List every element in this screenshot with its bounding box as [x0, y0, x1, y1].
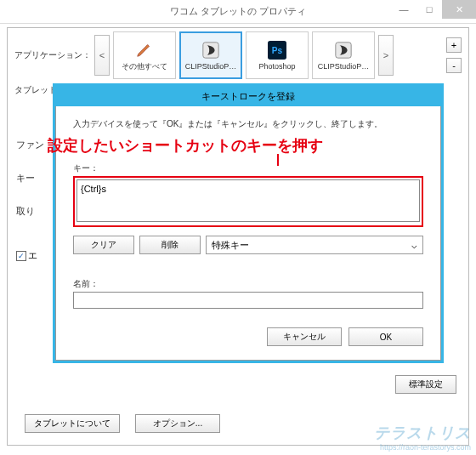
photoshop-icon: Ps — [267, 40, 287, 60]
application-label: アプリケーション： — [14, 49, 91, 61]
app-label-text: CLIPStudioP… — [314, 62, 372, 71]
default-settings-button[interactable]: 標準設定 — [395, 375, 456, 394]
app-add-button[interactable]: + — [446, 37, 462, 53]
ok-button[interactable]: OK — [348, 327, 423, 346]
app-label-text: その他すべて — [116, 61, 173, 72]
name-input[interactable] — [73, 292, 423, 309]
app-item-other[interactable]: その他すべて — [113, 31, 176, 79]
options-button[interactable]: オプション... — [135, 414, 220, 433]
keystroke-dialog: キーストロークを登録 入力デバイスを使って『OK』または『キャンセル』をクリック… — [53, 83, 444, 363]
dialog-title: キーストロークを登録 — [55, 86, 441, 106]
special-key-label: 特殊キー — [212, 239, 249, 252]
titlebar: ワコム タブレットの プロパティ — □ ✕ — [0, 0, 476, 24]
maximize-button[interactable]: □ — [416, 0, 442, 19]
app-item-clip2[interactable]: CLIPStudioP… — [312, 31, 375, 79]
close-button[interactable]: ✕ — [442, 0, 476, 19]
dialog-instruction: 入力デバイスを使って『OK』または『キャンセル』をクリックし、終了します。 — [73, 118, 423, 130]
pencil-icon — [134, 39, 155, 60]
app-item-ps[interactable]: Ps Photoshop — [246, 31, 309, 79]
about-tablet-button[interactable]: タブレットについて — [25, 414, 120, 433]
clip-icon — [333, 40, 354, 60]
window-controls: — □ ✕ — [391, 0, 476, 19]
application-row: アプリケーション： < その他すべて CLIPStudioP… Ps Photo… — [8, 28, 468, 81]
app-label-text: Photoshop — [248, 62, 306, 71]
window-title: ワコム タブレットの プロパティ — [170, 5, 306, 18]
app-item-clip1[interactable]: CLIPStudioP… — [179, 31, 242, 79]
key-label: キー： — [73, 162, 423, 174]
checkbox-label: エ — [28, 249, 37, 262]
side-label-fun: ファン — [16, 139, 44, 151]
minimize-button[interactable]: — — [391, 0, 416, 19]
key-input-highlight: {Ctrl}s — [73, 176, 423, 227]
delete-button[interactable]: 削除 — [139, 236, 201, 254]
name-label: 名前： — [73, 278, 423, 290]
checkbox-row: ✓ エ — [16, 249, 37, 262]
cancel-button[interactable]: キャンセル — [267, 327, 342, 346]
app-remove-button[interactable]: - — [446, 58, 462, 73]
annotation-text: 設定したいショートカットのキーを押す — [48, 135, 323, 156]
svg-text:Ps: Ps — [272, 46, 283, 55]
side-label-drop: 取り — [16, 205, 44, 218]
app-next-button[interactable]: > — [378, 35, 394, 76]
app-label-text: CLIPStudioP… — [182, 62, 240, 71]
key-input[interactable]: {Ctrl}s — [76, 179, 420, 222]
app-prev-button[interactable]: < — [94, 35, 110, 76]
checkbox[interactable]: ✓ — [16, 251, 26, 261]
special-key-select[interactable]: 特殊キー ⌵ — [206, 236, 423, 254]
annotation-line — [277, 154, 279, 166]
clip-icon — [201, 40, 221, 60]
side-label-key: キー — [16, 172, 44, 185]
clear-button[interactable]: クリア — [73, 236, 134, 254]
chevron-down-icon: ⌵ — [411, 240, 417, 251]
side-labels: ファン キー 取り — [16, 139, 44, 218]
